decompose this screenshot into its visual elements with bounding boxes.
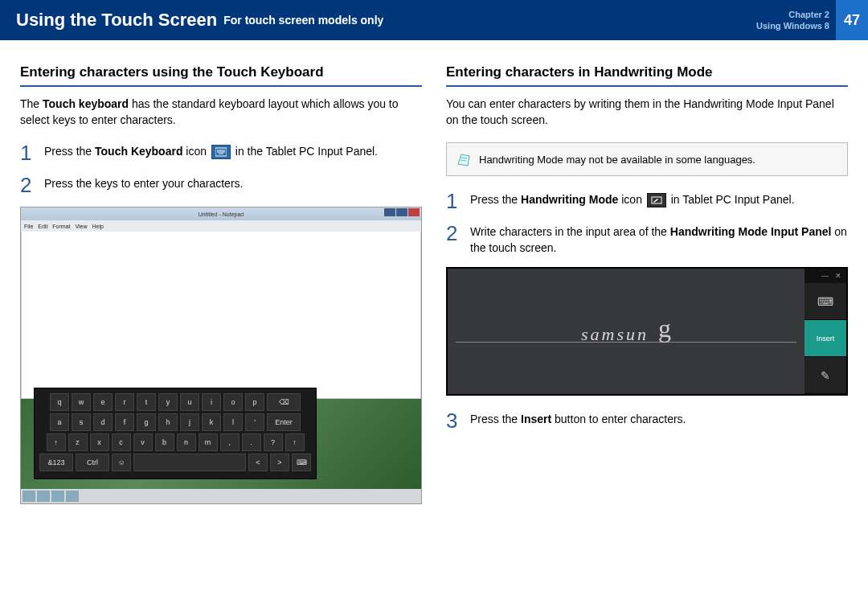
handwriting-side-buttons: ⌨ Insert ✎ [805, 283, 846, 394]
osk-key: n [177, 433, 196, 451]
notepad-body [21, 232, 421, 399]
step-number: 3 [446, 410, 470, 431]
osk-key: ⌨ [292, 454, 311, 471]
chapter-line1: Chapter 2 [756, 9, 829, 20]
section-title-touch-keyboard: Entering characters using the Touch Keyb… [20, 64, 422, 87]
content: Entering characters using the Touch Keyb… [0, 40, 868, 504]
handwriting-mode-icon: ✎ [805, 357, 846, 394]
osk-key: ' [245, 413, 264, 431]
osk-key: b [155, 433, 174, 451]
osk-key: , [220, 433, 240, 451]
osk-key: z [68, 433, 88, 451]
step-2-handwriting: 2 Write characters in the input area of … [446, 223, 848, 256]
osk-key: g [137, 413, 156, 431]
page-title: Using the Touch Screen [16, 10, 217, 31]
handwriting-area: samsung [448, 269, 805, 394]
osk-key: q [50, 393, 69, 411]
osk-key: j [180, 413, 199, 431]
step-number: 1 [446, 191, 470, 211]
osk-row-2: asdfghjkl'Enter [39, 413, 311, 431]
step-3-handwriting: 3 Press the Insert button to enter chara… [446, 410, 848, 431]
step-text: Write characters in the input area of th… [470, 223, 848, 256]
step-text: Press the Insert button to enter charact… [470, 410, 686, 428]
taskbar-app-icon [23, 491, 35, 502]
osk-key: ⌫ [267, 393, 301, 411]
left-column: Entering characters using the Touch Keyb… [20, 64, 422, 504]
minimize-icon [384, 208, 395, 216]
handwriting-panel-screenshot: samsung — ✕ ⌨ Insert ✎ [446, 267, 848, 396]
right-column: Entering characters in Handwriting Mode … [446, 64, 848, 504]
window-buttons [384, 208, 420, 216]
page-header: Using the Touch Screen For touch screen … [0, 0, 868, 40]
osk-key: l [223, 413, 243, 431]
osk-key: ☺ [112, 454, 131, 471]
page-subtitle: For touch screen models only [223, 14, 383, 27]
osk-key: x [90, 433, 109, 451]
step-text: Press the keys to enter your characters. [44, 175, 243, 192]
step-2-touch: 2 Press the keys to enter your character… [20, 175, 422, 195]
osk-key: i [202, 393, 221, 411]
step-text: Press the Touch Keyboard icon in the Tab… [44, 142, 378, 160]
osk-key: < [248, 454, 268, 471]
close-icon: ✕ [835, 272, 841, 280]
osk-key: . [242, 433, 261, 451]
note-icon [457, 151, 473, 167]
osk-row-4: &123Ctrl☺ <>⌨ [39, 454, 311, 471]
osk-key: ↑ [47, 433, 66, 451]
osk-key: h [158, 413, 178, 431]
osk-key: Ctrl [76, 454, 109, 471]
osk-key: ? [264, 433, 283, 451]
maximize-icon [396, 208, 407, 216]
step-1-touch: 1 Press the Touch Keyboard icon in the T… [20, 142, 422, 163]
osk-key: s [72, 413, 91, 431]
osk-key: > [270, 454, 289, 471]
osk-key: ↑ [285, 433, 305, 451]
page-number: 47 [836, 0, 868, 40]
chapter-info: Chapter 2 Using Windows 8 [756, 9, 829, 32]
osk-key: r [115, 393, 134, 411]
osk-key: v [133, 433, 153, 451]
osk-key: m [199, 433, 218, 451]
minimize-icon: — [821, 272, 829, 280]
osk-row-3: ↑zxcvbnm,.?↑ [39, 433, 311, 451]
osk-key: y [158, 393, 178, 411]
step-number: 1 [20, 142, 44, 163]
intro-touch-keyboard: The Touch keyboard has the standard keyb… [20, 97, 422, 128]
desktop-area: qwertyuiop⌫ asdfghjkl'Enter ↑zxcvbnm,.?↑… [21, 399, 421, 503]
handwriting-mode-icon [647, 193, 666, 207]
osk-key: o [223, 393, 243, 411]
osk-key: k [202, 413, 221, 431]
osk-key: f [115, 413, 134, 431]
handwriting-sample: samsung [581, 317, 671, 347]
osk-key: t [137, 393, 156, 411]
intro-handwriting: You can enter characters by writing them… [446, 97, 848, 128]
step-text: Press the Handwriting Mode icon in Table… [470, 191, 795, 208]
osk-key: Enter [267, 413, 301, 431]
note-handwriting-languages: Handwriting Mode may not be available in… [446, 142, 848, 176]
handwriting-panel-top: — ✕ [805, 269, 846, 283]
taskbar-app-icon [66, 491, 79, 502]
taskbar-app-icon [51, 491, 64, 502]
step-number: 2 [446, 223, 470, 244]
section-title-handwriting: Entering characters in Handwriting Mode [446, 64, 848, 87]
osk-key: a [50, 413, 69, 431]
step-1-handwriting: 1 Press the Handwriting Mode icon in Tab… [446, 191, 848, 211]
osk-key [133, 454, 246, 471]
header-right: Chapter 2 Using Windows 8 47 [756, 0, 868, 40]
touch-keyboard-icon [211, 145, 231, 159]
osk-key: c [112, 433, 131, 451]
notepad-titlebar: Untitled - Notepad [21, 207, 421, 220]
taskbar-app-icon [37, 491, 50, 502]
insert-button: Insert [805, 320, 846, 357]
onscreen-keyboard: qwertyuiop⌫ asdfghjkl'Enter ↑zxcvbnm,.?↑… [34, 388, 317, 479]
osk-key: p [245, 393, 264, 411]
close-icon [408, 208, 420, 216]
taskbar [21, 489, 421, 503]
step-number: 2 [20, 175, 44, 195]
osk-key: &123 [39, 454, 73, 471]
keyboard-mode-icon: ⌨ [805, 283, 846, 320]
notepad-menu: File Edit Format View Help [21, 220, 421, 232]
osk-key: e [93, 393, 113, 411]
chapter-line2: Using Windows 8 [756, 20, 829, 31]
osk-key: u [180, 393, 199, 411]
